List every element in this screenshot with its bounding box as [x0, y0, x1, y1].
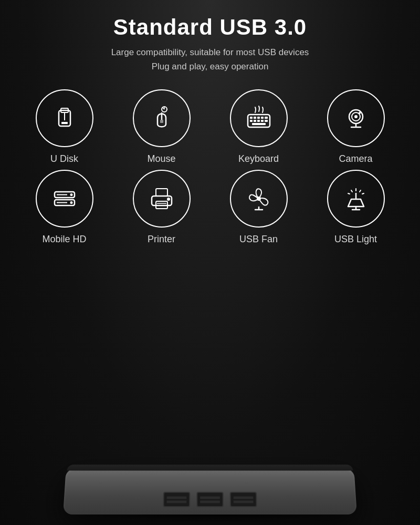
- svg-rect-10: [250, 117, 253, 119]
- icon-item-camera: Camera: [307, 89, 404, 164]
- usbfan-icon: [244, 183, 274, 214]
- svg-point-28: [70, 193, 72, 196]
- udisk-icon: [49, 103, 80, 133]
- product-section: [0, 261, 420, 525]
- svg-point-38: [167, 198, 170, 201]
- icon-item-printer: Printer: [113, 170, 210, 245]
- subtitle-line1: Large compatibility, suitable for most U…: [111, 47, 309, 57]
- port-bar-1b: [166, 500, 186, 503]
- svg-rect-15: [250, 120, 253, 122]
- svg-rect-19: [265, 120, 268, 122]
- svg-line-48: [348, 193, 350, 194]
- page-container: Standard USB 3.0 Large compatibility, su…: [0, 0, 420, 525]
- icon-item-usbfan: USB Fan: [210, 170, 307, 245]
- hub-top-edge: [67, 465, 353, 470]
- svg-line-49: [362, 193, 364, 194]
- usbfan-circle: [230, 170, 288, 228]
- icon-item-keyboard: Keyboard: [210, 89, 307, 164]
- svg-rect-18: [261, 120, 264, 122]
- keyboard-circle: [230, 89, 288, 147]
- svg-rect-20: [252, 123, 266, 125]
- hub-ports: [163, 492, 257, 507]
- svg-point-24: [359, 112, 361, 114]
- camera-label: Camera: [339, 153, 372, 164]
- port-bar-3a: [234, 496, 254, 499]
- svg-line-46: [351, 190, 352, 192]
- svg-rect-17: [257, 120, 260, 122]
- mobilehd-label: Mobile HD: [42, 234, 86, 245]
- svg-point-31: [70, 201, 72, 204]
- camera-circle: [327, 89, 385, 147]
- icons-grid: U Disk Mouse: [16, 89, 404, 245]
- svg-rect-33: [156, 189, 167, 196]
- svg-point-23: [354, 115, 358, 118]
- port-bar-1a: [167, 496, 187, 499]
- main-title: Standard USB 3.0: [111, 15, 309, 40]
- mobilehd-icon: [49, 183, 80, 214]
- svg-rect-8: [160, 120, 163, 123]
- subtitle: Large compatibility, suitable for most U…: [111, 45, 309, 74]
- usblight-label: USB Light: [334, 234, 377, 245]
- svg-rect-12: [257, 117, 260, 119]
- port-bar-2a: [200, 496, 220, 499]
- printer-icon: [146, 183, 177, 214]
- icon-item-mouse: Mouse: [113, 89, 210, 164]
- port-bar-3b: [234, 500, 254, 503]
- mobilehd-circle: [36, 170, 93, 228]
- header-section: Standard USB 3.0 Large compatibility, su…: [111, 0, 309, 79]
- svg-point-39: [257, 197, 261, 201]
- printer-label: Printer: [148, 234, 175, 245]
- usblight-icon: [341, 183, 371, 214]
- keyboard-label: Keyboard: [238, 153, 279, 164]
- svg-rect-11: [254, 117, 256, 119]
- port-bar-2b: [200, 500, 220, 503]
- mouse-circle: [133, 89, 191, 147]
- hub-body: [63, 469, 357, 514]
- hub-wrapper: [63, 467, 357, 514]
- mouse-icon: [146, 103, 177, 133]
- svg-line-47: [360, 190, 361, 192]
- svg-rect-16: [254, 120, 256, 122]
- keyboard-icon: [244, 103, 274, 133]
- icon-item-udisk: U Disk: [16, 89, 113, 164]
- hub-perspective: [63, 469, 357, 514]
- svg-rect-2: [61, 122, 68, 124]
- icon-item-mobilehd: Mobile HD: [16, 170, 113, 245]
- usb-port-3: [230, 492, 257, 507]
- printer-circle: [133, 170, 191, 228]
- svg-rect-13: [261, 117, 264, 119]
- icon-item-usblight: USB Light: [307, 170, 404, 245]
- usbfan-label: USB Fan: [239, 234, 278, 245]
- svg-rect-14: [265, 117, 268, 119]
- udisk-label: U Disk: [50, 153, 78, 164]
- camera-icon: [341, 103, 371, 133]
- mouse-label: Mouse: [147, 153, 175, 164]
- usblight-circle: [327, 170, 385, 228]
- udisk-circle: [36, 89, 93, 147]
- usb-port-2: [196, 492, 224, 507]
- usb-port-1: [163, 492, 190, 507]
- subtitle-line2: Plug and play, easy operation: [152, 61, 269, 71]
